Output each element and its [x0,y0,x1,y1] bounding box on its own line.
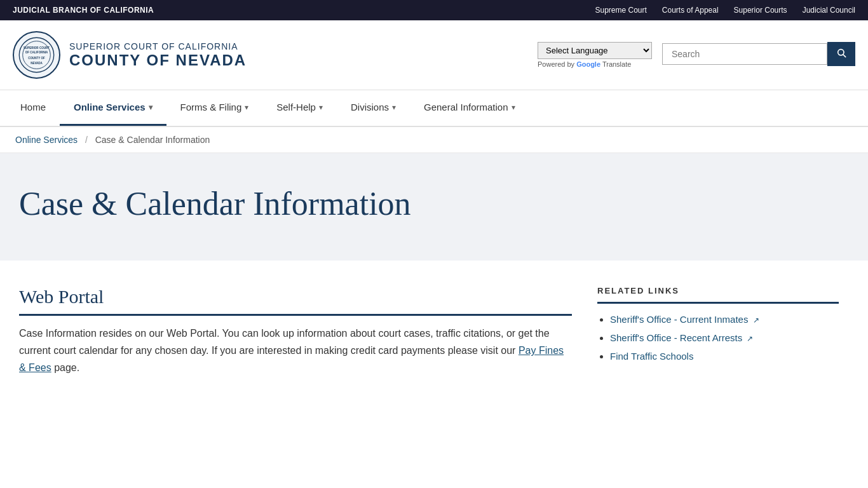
site-header: SUPERIOR COURT OF CALIFORNIA COUNTY OF N… [0,20,868,90]
breadcrumb-current: Case & Calendar Information [95,135,210,145]
content-sidebar: RELATED LINKS Sheriff's Office - Current… [597,286,839,377]
nav-forms-filing[interactable]: Forms & Filing ▾ [166,90,263,126]
svg-point-0 [19,37,53,72]
body-text: Case Information resides on our Web Port… [19,325,572,377]
search-button[interactable] [827,42,855,66]
chevron-down-icon: ▾ [245,103,248,112]
nav-self-help[interactable]: Self-Help ▾ [262,90,337,126]
sheriffs-current-inmates-link[interactable]: Sheriff's Office - Current Inmates [610,314,748,325]
breadcrumb-parent-link[interactable]: Online Services [15,135,78,145]
court-name-line2: COUNTY OF NEVADA [69,51,247,69]
chevron-down-icon: ▾ [512,103,515,112]
find-traffic-schools-link[interactable]: Find Traffic Schools [610,351,693,362]
court-name-line1: SUPERIOR COURT OF CALIFORNIA [69,41,247,51]
content-main: Web Portal Case Information resides on o… [19,286,572,377]
svg-line-7 [843,55,846,57]
nav-online-services[interactable]: Online Services ▾ [60,90,166,126]
logo-area: SUPERIOR COURT OF CALIFORNIA COUNTY OF N… [13,31,247,79]
nav-general-info[interactable]: General Information ▾ [410,90,529,126]
supreme-court-link[interactable]: Supreme Court [595,6,646,15]
language-select[interactable]: Select Language [538,42,652,59]
chevron-down-icon: ▾ [149,103,153,112]
breadcrumb-separator: / [85,135,88,145]
header-right: Select Language Powered by Google Transl… [538,42,855,68]
svg-text:SUPERIOR COURT: SUPERIOR COURT [24,46,50,50]
related-links-list: Sheriff's Office - Current Inmates ↗ She… [597,314,839,362]
brand-label: JUDICIAL BRANCH OF CALIFORNIA [13,6,154,15]
sheriffs-recent-arrests-link[interactable]: Sheriff's Office - Recent Arrests [610,332,742,343]
top-bar-links: Supreme Court Courts of Appeal Superior … [595,6,855,15]
svg-text:OF CALIFORNIA: OF CALIFORNIA [25,51,48,54]
page-title: Case & Calendar Information [19,185,849,222]
chevron-down-icon: ▾ [392,103,396,112]
powered-by-label: Powered by Google Translate [538,60,631,68]
list-item: Find Traffic Schools [610,351,839,362]
search-input[interactable] [662,43,827,65]
list-item: Sheriff's Office - Current Inmates ↗ [610,314,839,325]
main-nav: Home Online Services ▾ Forms & Filing ▾ … [0,90,868,127]
breadcrumb: Online Services / Case & Calendar Inform… [0,127,868,153]
content-area: Web Portal Case Information resides on o… [0,261,868,402]
nav-divisions[interactable]: Divisions ▾ [337,90,410,126]
svg-point-1 [23,41,51,69]
web-portal-title: Web Portal [19,286,572,316]
svg-text:COUNTY OF: COUNTY OF [28,57,45,60]
search-icon [836,48,846,58]
translate-area: Select Language Powered by Google Transl… [538,42,652,68]
court-seal: SUPERIOR COURT OF CALIFORNIA COUNTY OF N… [13,31,60,79]
superior-courts-link[interactable]: Superior Courts [734,6,787,15]
external-link-icon: ↗ [747,334,753,343]
logo-text: SUPERIOR COURT OF CALIFORNIA COUNTY OF N… [69,41,247,69]
judicial-council-link[interactable]: Judicial Council [803,6,855,15]
page-title-area: Case & Calendar Information [0,153,868,261]
external-link-icon: ↗ [753,316,759,325]
nav-home[interactable]: Home [6,90,60,126]
list-item: Sheriff's Office - Recent Arrests ↗ [610,332,839,343]
related-links-title: RELATED LINKS [597,286,839,304]
chevron-down-icon: ▾ [319,103,323,112]
search-bar [662,42,855,66]
top-bar: JUDICIAL BRANCH OF CALIFORNIA Supreme Co… [0,0,868,20]
svg-text:NEVADA: NEVADA [31,62,43,65]
courts-of-appeal-link[interactable]: Courts of Appeal [662,6,719,15]
